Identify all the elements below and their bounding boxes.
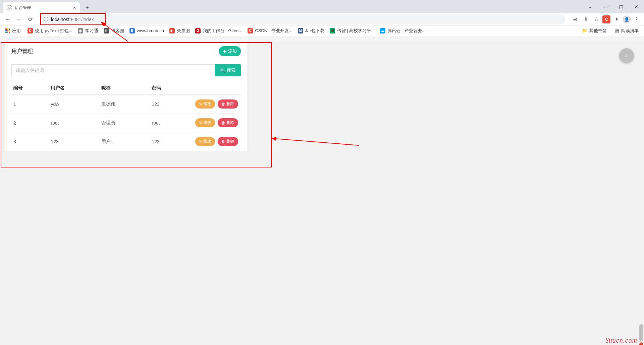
bookmark-item[interactable]: Bwww.bmob.cn (127, 26, 167, 35)
bookmark-label: 矢量图 (177, 28, 190, 34)
browser-tab[interactable]: ◎ 后台管理 × (3, 2, 80, 13)
cell-id: 3 (11, 132, 49, 151)
bookmark-label: 腾讯云 - 产业智变... (387, 28, 425, 34)
favicon: C (248, 28, 253, 33)
folder-icon: 📁 (582, 28, 587, 33)
column-header: 密码 (150, 82, 187, 95)
bookmark-label: CSDN - 专业开发... (255, 28, 292, 34)
new-tab-button[interactable]: + (83, 3, 92, 12)
plus-icon: ✚ (223, 49, 227, 54)
cell-password: 123 (150, 132, 187, 151)
home-icon: ⌂ (625, 53, 628, 59)
favicon: ◉ (78, 28, 83, 33)
annotation-arrow-2 (272, 132, 362, 149)
info-icon[interactable]: ⓘ (44, 16, 48, 22)
bookmark-item[interactable]: ಠ博客园 (101, 26, 127, 35)
bookmark-item[interactable]: ◐矢量图 (167, 26, 193, 35)
home-fab[interactable]: ⌂ (619, 48, 634, 63)
favicon: ಠ (104, 28, 109, 33)
column-header: 用户名 (49, 82, 99, 95)
scrollbar[interactable] (639, 324, 644, 345)
other-bookmarks[interactable]: 📁 其他书签 (579, 26, 609, 35)
search-input[interactable] (11, 64, 215, 76)
column-header: 昵称 (99, 82, 150, 95)
extension-c-icon[interactable]: C (602, 15, 610, 23)
edit-icon: ✎ (199, 121, 202, 125)
cell-id: 2 (11, 114, 49, 132)
cell-nickname: 管理员 (99, 114, 150, 132)
edit-icon: ✎ (199, 102, 202, 107)
bookmark-label: 我的工作台 - Gitee... (203, 28, 242, 34)
favicon: M (298, 28, 303, 33)
share-icon[interactable]: ⇧ (581, 15, 590, 24)
close-icon[interactable]: × (73, 5, 76, 10)
maximize-button[interactable]: ▢ (613, 0, 629, 13)
favicon: ☁ (380, 28, 385, 33)
profile-avatar[interactable]: 👤 (623, 15, 631, 23)
reload-button[interactable]: ⟳ (25, 15, 35, 24)
list-icon: ▤ (615, 28, 619, 33)
cell-username: 123 (49, 132, 99, 151)
delete-button[interactable]: 🗑 删除 (218, 99, 238, 109)
cell-nickname: 袁德伟 (99, 95, 150, 114)
globe-icon: ◎ (7, 5, 12, 10)
bookmark-item[interactable]: MJar包下载 (295, 26, 327, 35)
address-bar[interactable]: ⓘ localhost:8081/index (40, 14, 566, 24)
edit-icon: ✎ (199, 139, 202, 144)
url-text: localhost:8081/index (51, 17, 94, 22)
svg-line-1 (275, 139, 359, 145)
bookmark-label: www.bmob.cn (137, 28, 164, 33)
minimize-button[interactable]: — (598, 0, 613, 13)
back-button[interactable]: ← (3, 15, 12, 24)
chevron-down-icon[interactable]: ⌄ (582, 0, 598, 13)
favicon: G (195, 28, 201, 33)
bookmark-item[interactable]: C使用 py2exe 打包... (25, 26, 75, 35)
bookmark-label: 传智 | 高校学习平... (337, 28, 375, 34)
forward-button[interactable]: → (14, 15, 23, 24)
edit-button[interactable]: ✎ 修改 (195, 137, 215, 146)
extensions-icon[interactable]: ✦ (612, 15, 621, 24)
edit-button[interactable]: ✎ 修改 (195, 118, 215, 127)
delete-button[interactable]: 🗑 删除 (218, 118, 238, 127)
nav-bar: ← → ⟳ ⓘ localhost:8081/index ⊕ ⇧ ☆ C ✦ 👤… (0, 13, 644, 25)
apps-icon (5, 28, 10, 33)
cell-id: 1 (11, 95, 49, 114)
apps-shortcut[interactable]: 应用 (3, 26, 23, 35)
page-content: 用户管理 ✚ 添加 🔍 搜索 编号用户名昵称密码 1 ydw 袁德伟 123 ✎… (0, 42, 644, 345)
search-button[interactable]: 🔍 搜索 (215, 64, 241, 76)
user-panel: 用户管理 ✚ 添加 🔍 搜索 编号用户名昵称密码 1 ydw 袁德伟 123 ✎… (5, 42, 247, 151)
favicon: ◐ (169, 28, 175, 33)
zoom-icon[interactable]: ⊕ (570, 15, 580, 24)
column-header: 编号 (11, 82, 49, 95)
bookmark-label: 使用 py2exe 打包... (35, 28, 72, 34)
table-row: 1 ydw 袁德伟 123 ✎ 修改 🗑 删除 (11, 95, 241, 114)
add-button[interactable]: ✚ 添加 (219, 46, 241, 56)
reading-list[interactable]: ▤ 阅读清单 (612, 26, 641, 35)
edit-button[interactable]: ✎ 修改 (195, 99, 215, 109)
bookmark-item[interactable]: ◉学习通 (75, 26, 101, 35)
favicon: B (129, 28, 135, 33)
bookmark-label: Jar包下载 (305, 28, 324, 34)
tab-title: 后台管理 (15, 5, 70, 11)
menu-icon[interactable]: ⋮ (632, 15, 641, 24)
panel-title: 用户管理 (11, 48, 33, 55)
window-controls: ⌄ — ▢ ✕ (582, 0, 644, 13)
table-row: 3 123 用户1 123 ✎ 修改 🗑 删除 (11, 132, 241, 151)
star-icon[interactable]: ☆ (592, 15, 601, 24)
close-window-button[interactable]: ✕ (629, 0, 644, 13)
trash-icon: 🗑 (221, 102, 225, 107)
bookmark-bar: 应用 C使用 py2exe 打包...◉学习通ಠ博客园Bwww.bmob.cn◐… (0, 25, 644, 36)
bookmark-item[interactable]: ☁腾讯云 - 产业智变... (377, 26, 428, 35)
cell-username: root (49, 114, 99, 132)
bookmark-item[interactable]: G我的工作台 - Gitee... (193, 26, 245, 35)
table-row: 2 root 管理员 root ✎ 修改 🗑 删除 (11, 114, 241, 132)
delete-button[interactable]: 🗑 删除 (218, 137, 238, 146)
favicon: 🎓 (330, 28, 335, 33)
cell-username: ydw (49, 95, 99, 114)
bookmark-item[interactable]: 🎓传智 | 高校学习平... (327, 26, 377, 35)
trash-icon: 🗑 (221, 121, 225, 125)
bookmark-item[interactable]: CCSDN - 专业开发... (245, 26, 295, 35)
bookmark-label: 博客园 (111, 28, 124, 34)
cell-password: root (150, 114, 187, 132)
tab-bar: ◎ 后台管理 × + ⌄ — ▢ ✕ (0, 0, 644, 13)
